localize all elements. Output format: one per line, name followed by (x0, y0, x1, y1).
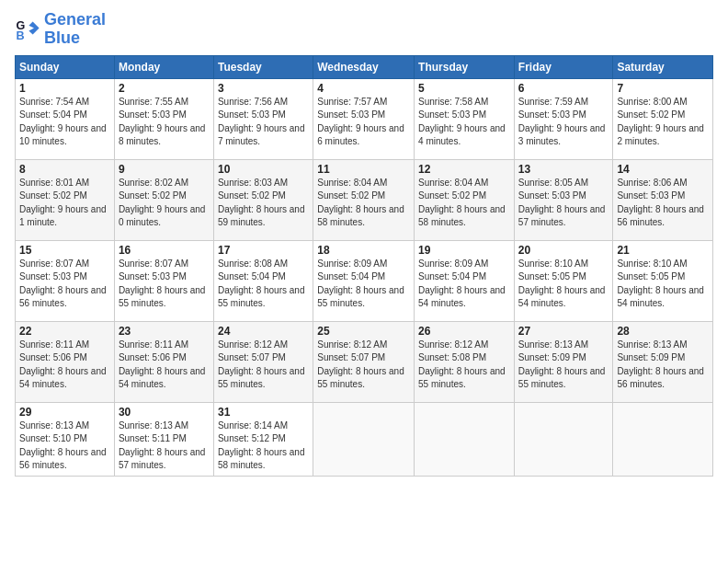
day-info: Sunrise: 8:11 AMSunset: 5:06 PMDaylight:… (19, 339, 110, 392)
day-cell: 31Sunrise: 8:14 AMSunset: 5:12 PMDayligh… (213, 402, 313, 476)
day-cell: 8Sunrise: 8:01 AMSunset: 5:02 PMDaylight… (16, 159, 115, 240)
weekday-header: Monday (114, 55, 213, 78)
weekday-header: Tuesday (213, 55, 313, 78)
day-cell: 28Sunrise: 8:13 AMSunset: 5:09 PMDayligh… (613, 321, 713, 402)
weekday-header: Friday (514, 55, 613, 78)
day-number: 6 (518, 82, 609, 95)
day-number: 9 (119, 163, 210, 176)
day-cell: 23Sunrise: 8:11 AMSunset: 5:06 PMDayligh… (114, 321, 213, 402)
day-number: 28 (617, 325, 709, 338)
page-header: G B GeneralBlue (15, 11, 713, 48)
day-info: Sunrise: 8:09 AMSunset: 5:04 PMDaylight:… (317, 258, 410, 311)
day-info: Sunrise: 8:04 AMSunset: 5:02 PMDaylight:… (317, 177, 410, 230)
day-number: 20 (518, 244, 609, 257)
day-info: Sunrise: 8:10 AMSunset: 5:05 PMDaylight:… (518, 258, 609, 311)
day-info: Sunrise: 8:12 AMSunset: 5:08 PMDaylight:… (418, 339, 510, 392)
day-cell: 4Sunrise: 7:57 AMSunset: 5:03 PMDaylight… (313, 78, 415, 159)
empty-day-cell (415, 402, 515, 476)
logo: G B GeneralBlue (15, 11, 106, 48)
day-info: Sunrise: 8:14 AMSunset: 5:12 PMDaylight:… (218, 419, 309, 473)
day-cell: 30Sunrise: 8:13 AMSunset: 5:11 PMDayligh… (114, 402, 213, 476)
day-number: 1 (19, 82, 110, 95)
day-info: Sunrise: 7:57 AMSunset: 5:03 PMDaylight:… (317, 96, 410, 149)
day-cell: 20Sunrise: 8:10 AMSunset: 5:05 PMDayligh… (514, 240, 613, 321)
day-cell: 7Sunrise: 8:00 AMSunset: 5:02 PMDaylight… (613, 78, 713, 159)
day-cell: 11Sunrise: 8:04 AMSunset: 5:02 PMDayligh… (313, 159, 415, 240)
day-number: 22 (19, 325, 110, 338)
day-info: Sunrise: 8:11 AMSunset: 5:06 PMDaylight:… (119, 339, 210, 392)
day-info: Sunrise: 8:12 AMSunset: 5:07 PMDaylight:… (317, 339, 410, 392)
weekday-header: Thursday (415, 55, 515, 78)
day-cell: 5Sunrise: 7:58 AMSunset: 5:03 PMDaylight… (415, 78, 515, 159)
day-cell: 27Sunrise: 8:13 AMSunset: 5:09 PMDayligh… (514, 321, 613, 402)
day-info: Sunrise: 7:58 AMSunset: 5:03 PMDaylight:… (418, 96, 510, 149)
day-number: 4 (317, 82, 410, 95)
day-cell: 25Sunrise: 8:12 AMSunset: 5:07 PMDayligh… (313, 321, 415, 402)
day-number: 27 (518, 325, 609, 338)
day-number: 15 (19, 244, 110, 257)
day-info: Sunrise: 7:55 AMSunset: 5:03 PMDaylight:… (119, 96, 210, 149)
day-cell: 17Sunrise: 8:08 AMSunset: 5:04 PMDayligh… (213, 240, 313, 321)
day-info: Sunrise: 8:09 AMSunset: 5:04 PMDaylight:… (418, 258, 510, 311)
day-cell: 1Sunrise: 7:54 AMSunset: 5:04 PMDaylight… (16, 78, 115, 159)
day-info: Sunrise: 8:10 AMSunset: 5:05 PMDaylight:… (617, 258, 709, 311)
day-cell: 10Sunrise: 8:03 AMSunset: 5:02 PMDayligh… (213, 159, 313, 240)
day-info: Sunrise: 8:13 AMSunset: 5:09 PMDaylight:… (518, 339, 609, 392)
day-number: 16 (119, 244, 210, 257)
day-info: Sunrise: 7:59 AMSunset: 5:03 PMDaylight:… (518, 96, 609, 149)
day-cell: 12Sunrise: 8:04 AMSunset: 5:02 PMDayligh… (415, 159, 515, 240)
empty-day-cell (313, 402, 415, 476)
weekday-header: Sunday (16, 55, 115, 78)
svg-marker-2 (28, 21, 39, 34)
day-number: 14 (617, 163, 709, 176)
empty-day-cell (613, 402, 713, 476)
day-cell: 22Sunrise: 8:11 AMSunset: 5:06 PMDayligh… (16, 321, 115, 402)
day-number: 31 (218, 406, 309, 419)
day-cell: 19Sunrise: 8:09 AMSunset: 5:04 PMDayligh… (415, 240, 515, 321)
day-cell: 9Sunrise: 8:02 AMSunset: 5:02 PMDaylight… (114, 159, 213, 240)
day-number: 12 (418, 163, 510, 176)
day-cell: 3Sunrise: 7:56 AMSunset: 5:03 PMDaylight… (213, 78, 313, 159)
logo-text: GeneralBlue (44, 11, 106, 48)
day-number: 13 (518, 163, 609, 176)
day-number: 25 (317, 325, 410, 338)
day-cell: 29Sunrise: 8:13 AMSunset: 5:10 PMDayligh… (16, 402, 115, 476)
day-info: Sunrise: 8:08 AMSunset: 5:04 PMDaylight:… (218, 258, 309, 311)
day-info: Sunrise: 8:00 AMSunset: 5:02 PMDaylight:… (617, 96, 709, 149)
svg-text:B: B (16, 29, 24, 42)
day-cell: 26Sunrise: 8:12 AMSunset: 5:08 PMDayligh… (415, 321, 515, 402)
day-number: 26 (418, 325, 510, 338)
day-number: 3 (218, 82, 309, 95)
day-info: Sunrise: 7:56 AMSunset: 5:03 PMDaylight:… (218, 96, 309, 149)
day-number: 2 (119, 82, 210, 95)
day-number: 21 (617, 244, 709, 257)
day-info: Sunrise: 8:12 AMSunset: 5:07 PMDaylight:… (218, 339, 309, 392)
day-cell: 14Sunrise: 8:06 AMSunset: 5:03 PMDayligh… (613, 159, 713, 240)
day-cell: 16Sunrise: 8:07 AMSunset: 5:03 PMDayligh… (114, 240, 213, 321)
day-number: 5 (418, 82, 510, 95)
calendar-header-row: SundayMondayTuesdayWednesdayThursdayFrid… (16, 55, 713, 78)
day-info: Sunrise: 8:02 AMSunset: 5:02 PMDaylight:… (119, 177, 210, 230)
day-cell: 2Sunrise: 7:55 AMSunset: 5:03 PMDaylight… (114, 78, 213, 159)
day-number: 24 (218, 325, 309, 338)
day-number: 8 (19, 163, 110, 176)
day-number: 10 (218, 163, 309, 176)
day-number: 29 (19, 406, 110, 419)
day-info: Sunrise: 8:07 AMSunset: 5:03 PMDaylight:… (119, 258, 210, 311)
day-info: Sunrise: 8:06 AMSunset: 5:03 PMDaylight:… (617, 177, 709, 230)
day-number: 17 (218, 244, 309, 257)
day-info: Sunrise: 8:13 AMSunset: 5:09 PMDaylight:… (617, 339, 709, 392)
day-cell: 24Sunrise: 8:12 AMSunset: 5:07 PMDayligh… (213, 321, 313, 402)
day-number: 23 (119, 325, 210, 338)
day-cell: 13Sunrise: 8:05 AMSunset: 5:03 PMDayligh… (514, 159, 613, 240)
day-cell: 21Sunrise: 8:10 AMSunset: 5:05 PMDayligh… (613, 240, 713, 321)
day-number: 19 (418, 244, 510, 257)
day-number: 11 (317, 163, 410, 176)
day-info: Sunrise: 8:03 AMSunset: 5:02 PMDaylight:… (218, 177, 309, 230)
empty-day-cell (514, 402, 613, 476)
weekday-header: Saturday (613, 55, 713, 78)
weekday-header: Wednesday (313, 55, 415, 78)
day-info: Sunrise: 8:13 AMSunset: 5:11 PMDaylight:… (119, 419, 210, 473)
day-cell: 6Sunrise: 7:59 AMSunset: 5:03 PMDaylight… (514, 78, 613, 159)
day-cell: 15Sunrise: 8:07 AMSunset: 5:03 PMDayligh… (16, 240, 115, 321)
